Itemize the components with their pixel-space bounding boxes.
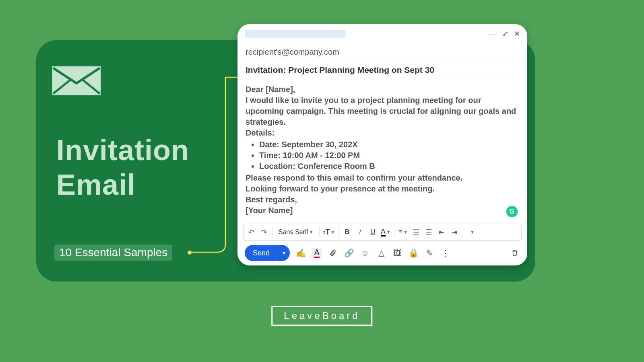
separator bbox=[394, 227, 394, 237]
separator bbox=[319, 227, 320, 237]
envelope-icon bbox=[52, 66, 101, 95]
recipient-field[interactable]: recipient's@company.com bbox=[237, 43, 527, 61]
body-details-label: Details: bbox=[246, 128, 519, 138]
font-family-select[interactable]: Sans Serif ▼ bbox=[276, 226, 316, 238]
more-options-icon[interactable]: ⋮ bbox=[440, 248, 451, 258]
body-signature: [Your Name] bbox=[246, 205, 519, 216]
numbered-list-button[interactable]: ☱ bbox=[411, 226, 421, 238]
body-intro: I would like to invite you to a project … bbox=[246, 95, 519, 128]
close-icon[interactable]: ✕ bbox=[514, 29, 520, 38]
attachment-icon[interactable] bbox=[328, 248, 338, 258]
connector-dot bbox=[188, 251, 192, 255]
separator bbox=[338, 227, 339, 237]
send-more-icon[interactable]: ▼ bbox=[278, 245, 290, 261]
hero-title-line1: Invitation bbox=[56, 133, 189, 167]
body-closing2: Best regards, bbox=[246, 194, 519, 205]
more-formatting-button[interactable]: ▼ bbox=[466, 226, 477, 238]
subject-field[interactable]: Invitation: Project Planning Meeting on … bbox=[237, 61, 527, 79]
body-confirm: Please respond to this email to confirm … bbox=[246, 173, 519, 183]
compose-header: — ⤢ ✕ bbox=[237, 24, 527, 43]
indent-increase-button[interactable]: ⇥ bbox=[449, 226, 460, 238]
detail-location: Location: Conference Room B bbox=[259, 161, 519, 172]
underline-button[interactable]: U bbox=[367, 226, 378, 238]
text-color-button[interactable]: A▼ bbox=[380, 226, 391, 238]
align-button[interactable]: ≡▼ bbox=[398, 226, 408, 238]
signature-icon[interactable]: ✍ bbox=[295, 248, 306, 258]
redo-icon[interactable]: ↷ bbox=[259, 226, 269, 238]
hero-title-line2: Email bbox=[56, 167, 189, 202]
undo-icon[interactable]: ↶ bbox=[246, 226, 256, 238]
detail-time: Time: 10:00 AM - 12:00 PM bbox=[259, 150, 519, 161]
chevron-down-icon: ▼ bbox=[309, 230, 314, 234]
bold-button[interactable]: B bbox=[342, 226, 352, 238]
hero-title: Invitation Email bbox=[56, 133, 189, 202]
send-label: Send bbox=[245, 249, 278, 257]
detail-date: Date: September 30, 202X bbox=[259, 139, 519, 150]
body-closing1: Looking forward to your presence at the … bbox=[246, 183, 519, 194]
restore-icon[interactable]: ⤢ bbox=[502, 29, 508, 38]
separator bbox=[272, 227, 273, 237]
send-button[interactable]: Send ▼ bbox=[245, 245, 290, 261]
indent-decrease-button[interactable]: ⇤ bbox=[436, 226, 447, 238]
body-greeting: Dear [Name], bbox=[246, 84, 519, 95]
pen-icon[interactable]: ✎ bbox=[424, 248, 435, 258]
separator bbox=[463, 227, 463, 237]
drive-icon[interactable]: △ bbox=[376, 248, 386, 258]
italic-button[interactable]: I bbox=[355, 226, 365, 238]
trash-icon[interactable] bbox=[510, 248, 520, 258]
emoji-icon[interactable]: ☺ bbox=[360, 248, 370, 258]
formatting-toolbar: ↶ ↷ Sans Serif ▼ тT▼ B I U A▼ ≡▼ ☱ ☰ ⇤ ⇥… bbox=[243, 224, 522, 241]
image-icon[interactable]: 🖼 bbox=[392, 248, 402, 258]
email-body[interactable]: Dear [Name], I would like to invite you … bbox=[237, 79, 527, 220]
confidential-icon[interactable]: 🔒 bbox=[408, 248, 419, 258]
compose-window: — ⤢ ✕ recipient's@company.com Invitation… bbox=[237, 24, 527, 265]
body-details-list: Date: September 30, 202X Time: 10:00 AM … bbox=[259, 139, 519, 172]
svg-rect-0 bbox=[52, 66, 101, 95]
action-bar: Send ▼ ✍ A 🔗 ☺ △ 🖼 🔒 ✎ ⋮ bbox=[237, 241, 527, 265]
compose-title-placeholder bbox=[245, 30, 345, 38]
text-style-icon[interactable]: A bbox=[312, 248, 322, 258]
grammarly-icon[interactable]: G bbox=[506, 206, 518, 217]
minimize-icon[interactable]: — bbox=[489, 29, 497, 38]
font-family-label: Sans Serif bbox=[279, 228, 308, 236]
hero-subtitle: 10 Essential Samples bbox=[54, 245, 172, 261]
brand-badge: LeaveBoard bbox=[271, 306, 372, 326]
spacer bbox=[456, 248, 504, 258]
font-size-button[interactable]: тT▼ bbox=[323, 226, 335, 238]
link-icon[interactable]: 🔗 bbox=[344, 248, 354, 258]
bullet-list-button[interactable]: ☰ bbox=[423, 226, 434, 238]
